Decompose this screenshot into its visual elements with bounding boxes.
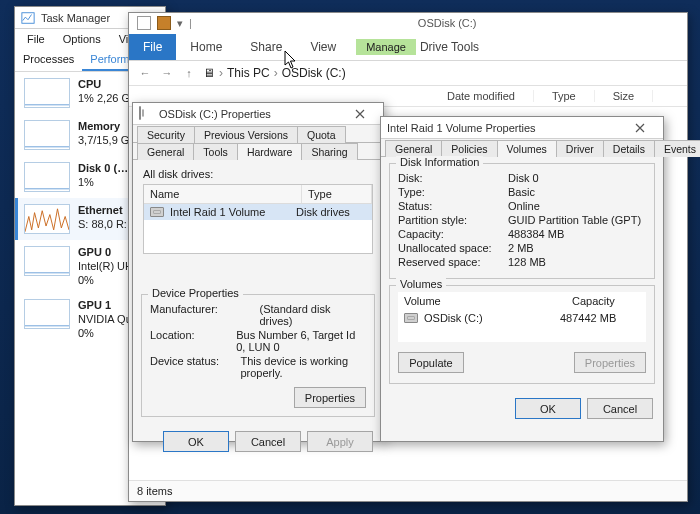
prop-key: Manufacturer: (150, 303, 260, 327)
explorer-qat[interactable]: ▾ | OSDisk (C:) (129, 13, 687, 33)
ribbon-file[interactable]: File (129, 34, 176, 60)
col-name[interactable]: Name (144, 185, 302, 203)
disk-icon (150, 207, 164, 217)
tab-previous-versions[interactable]: Previous Versions (194, 126, 298, 143)
tab-driver[interactable]: Driver (556, 140, 604, 157)
prop-key: Location: (150, 329, 236, 353)
cancel-button[interactable]: Cancel (235, 431, 301, 452)
explorer-nav[interactable]: ← → ↑ 🖥 › This PC › OSDisk (C:) (129, 61, 687, 86)
tm-menu-options[interactable]: Options (55, 31, 109, 47)
volume-name: OSDisk (C:) (424, 312, 560, 324)
ribbon-home[interactable]: Home (176, 34, 236, 60)
close-icon[interactable] (623, 118, 657, 138)
disk-info-label: Disk Information (396, 156, 483, 168)
ribbon-manage[interactable]: Manage (356, 39, 416, 55)
tab-details[interactable]: Details (603, 140, 655, 157)
tab-events[interactable]: Events (654, 140, 700, 157)
close-icon[interactable] (343, 104, 377, 124)
all-drives-label: All disk drives: (143, 168, 373, 180)
sparkline (24, 299, 70, 329)
device-properties-button[interactable]: Properties (294, 387, 366, 408)
prop-value: GUID Partition Table (GPT) (508, 214, 641, 226)
prop-key: Disk: (398, 172, 508, 184)
prop-value: This device is working properly. (240, 355, 366, 379)
ribbon-drive-tools[interactable]: Drive Tools (416, 34, 493, 60)
disk-icon (404, 313, 418, 323)
p2-titlebar[interactable]: Intel Raid 1 Volume Properties (381, 117, 663, 139)
prop-value: 128 MB (508, 256, 546, 268)
osdisk-properties-dialog[interactable]: OSDisk (C:) Properties Security Previous… (132, 102, 384, 442)
vol-properties-button[interactable]: Properties (574, 352, 646, 373)
explorer-ribbon[interactable]: File Home Share View Manage Drive Tools (129, 33, 687, 61)
drives-list[interactable]: Name Type Intel Raid 1 Volume Disk drive… (143, 184, 373, 254)
p1-tabs-row2[interactable]: General Tools Hardware Sharing (133, 142, 383, 160)
tab-general[interactable]: General (137, 143, 194, 160)
status-item-count: 8 items (137, 485, 172, 497)
col-size[interactable]: Size (595, 90, 653, 102)
sparkline (24, 162, 70, 192)
ok-button[interactable]: OK (163, 431, 229, 452)
p2-tabs[interactable]: General Policies Volumes Driver Details … (381, 139, 663, 157)
ribbon-view[interactable]: View (296, 34, 350, 60)
tab-volumes[interactable]: Volumes (497, 140, 557, 157)
cancel-button[interactable]: Cancel (587, 398, 653, 419)
tab-hardware[interactable]: Hardware (237, 143, 303, 160)
prop-key: Type: (398, 186, 508, 198)
prop-value: 488384 MB (508, 228, 564, 240)
p1-tabs-row1[interactable]: Security Previous Versions Quota (133, 125, 383, 143)
drive-type: Disk drives (296, 206, 366, 218)
explorer-title: OSDisk (C:) (418, 17, 477, 29)
tm-tab-processes[interactable]: Processes (15, 49, 82, 71)
metric-name: Disk 0 (… (78, 162, 128, 176)
sparkline (24, 78, 70, 108)
volume-properties-dialog[interactable]: Intel Raid 1 Volume Properties General P… (380, 116, 664, 442)
prop-value: (Standard disk drives) (260, 303, 367, 327)
device-properties-label: Device Properties (148, 287, 243, 299)
volume-capacity: 487442 MB (560, 312, 640, 324)
tm-menu-file[interactable]: File (19, 31, 53, 47)
nav-back-icon[interactable]: ← (137, 65, 153, 81)
tab-security[interactable]: Security (137, 126, 195, 143)
tab-tools[interactable]: Tools (193, 143, 238, 160)
col-date[interactable]: Date modified (429, 90, 534, 102)
drive-icon (139, 107, 153, 121)
breadcrumb[interactable]: 🖥 › This PC › OSDisk (C:) (203, 66, 346, 80)
crumb-thispc[interactable]: This PC (227, 66, 270, 80)
mouse-cursor (284, 50, 298, 70)
populate-button[interactable]: Populate (398, 352, 464, 373)
p2-title: Intel Raid 1 Volume Properties (387, 122, 623, 134)
prop-value: Disk 0 (508, 172, 539, 184)
col-volume[interactable]: Volume (398, 292, 566, 310)
ribbon-context[interactable]: Manage (356, 39, 416, 55)
prop-key: Capacity: (398, 228, 508, 240)
tab-policies[interactable]: Policies (441, 140, 497, 157)
p1-title: OSDisk (C:) Properties (159, 108, 343, 120)
col-capacity[interactable]: Capacity (566, 292, 646, 310)
prop-key: Device status: (150, 355, 240, 379)
tab-quota[interactable]: Quota (297, 126, 346, 143)
volumes-list[interactable]: Volume Capacity OSDisk (C:) 487442 MB (398, 292, 646, 342)
list-item[interactable]: Intel Raid 1 Volume Disk drives (144, 204, 372, 220)
volumes-group: Volumes Volume Capacity OSDisk (C:) 4874… (389, 285, 655, 384)
col-type[interactable]: Type (302, 185, 372, 203)
tab-sharing[interactable]: Sharing (301, 143, 357, 160)
prop-value: Online (508, 200, 540, 212)
qat-icon[interactable] (137, 16, 151, 30)
drive-name: Intel Raid 1 Volume (170, 206, 296, 218)
nav-fwd-icon[interactable]: → (159, 65, 175, 81)
sparkline (24, 204, 70, 234)
ok-button[interactable]: OK (515, 398, 581, 419)
prop-value: Bus Number 6, Target Id 0, LUN 0 (236, 329, 366, 353)
col-type[interactable]: Type (534, 90, 595, 102)
p1-titlebar[interactable]: OSDisk (C:) Properties (133, 103, 383, 125)
prop-key: Reserved space: (398, 256, 508, 268)
list-item[interactable]: OSDisk (C:) 487442 MB (398, 310, 646, 326)
explorer-statusbar: 8 items (129, 480, 687, 501)
pc-icon: 🖥 (203, 66, 215, 80)
nav-up-icon[interactable]: ↑ (181, 65, 197, 81)
prop-key: Status: (398, 200, 508, 212)
prop-key: Partition style: (398, 214, 508, 226)
apply-button[interactable]: Apply (307, 431, 373, 452)
tab-general[interactable]: General (385, 140, 442, 157)
prop-value: 2 MB (508, 242, 534, 254)
